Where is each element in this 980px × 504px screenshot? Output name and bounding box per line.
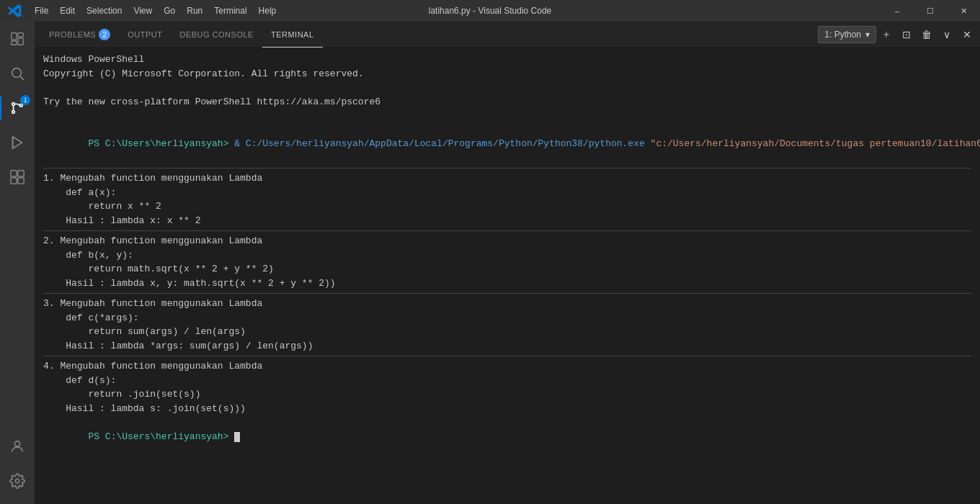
terminal-arg: "c:/Users/herliyansyah/Documents/tugas p… — [651, 138, 980, 149]
activity-bar-bottom — [0, 429, 35, 504]
svg-point-4 — [12, 68, 22, 78]
terminal-line: Windows PowerShell — [43, 53, 971, 67]
settings-activity-item[interactable] — [0, 464, 35, 498]
source-control-badge: 1 — [20, 95, 30, 105]
terminal-line: def c(*args): — [43, 311, 971, 325]
menu-help[interactable]: Help — [253, 0, 282, 22]
source-control-activity-item[interactable]: 1 — [0, 91, 35, 125]
menu-go[interactable]: Go — [158, 0, 181, 22]
svg-line-5 — [20, 76, 24, 80]
activity-bar: 1 — [0, 22, 35, 504]
svg-rect-0 — [12, 33, 17, 40]
main-container: 1 — [0, 22, 980, 504]
menu-view[interactable]: View — [128, 0, 158, 22]
terminal-line: 3. Mengubah function menggunakan Lambda — [43, 297, 971, 311]
terminal-exe: & C:/Users/herliyansyah/AppData/Local/Pr… — [234, 138, 645, 149]
account-activity-item[interactable] — [0, 429, 35, 464]
close-button[interactable]: ✕ — [947, 0, 980, 22]
window-controls: – ☐ ✕ — [881, 0, 980, 22]
terminal-line: Copyright (C) Microsoft Corporation. All… — [43, 67, 971, 81]
terminal-line: return sum(args) / len(args) — [43, 325, 971, 339]
run-debug-activity-item[interactable] — [0, 125, 35, 160]
section-divider-4 — [43, 356, 971, 356]
svg-rect-2 — [18, 38, 23, 45]
menu-selection[interactable]: Selection — [81, 0, 128, 22]
terminal-line: 1. Mengubah function menggunakan Lambda — [43, 171, 971, 186]
terminal-prompt-final: PS C:\Users\herliyansyah> — [88, 431, 234, 442]
tab-output[interactable]: OUTPUT — [119, 22, 171, 48]
terminal-command-line: PS C:\Users\herliyansyah> & C:/Users/her… — [43, 123, 971, 166]
panel-tabs: PROBLEMS 2 OUTPUT DEBUG CONSOLE TERMINAL… — [35, 22, 980, 47]
terminal-final-prompt: PS C:\Users\herliyansyah> — [43, 415, 971, 458]
terminal-selector[interactable]: 1: Python ▾ — [818, 26, 876, 43]
terminal-area[interactable]: Windows PowerShell Copyright (C) Microso… — [35, 47, 980, 504]
explorer-activity-item[interactable] — [0, 22, 35, 56]
svg-rect-3 — [12, 41, 17, 45]
svg-point-16 — [14, 441, 19, 446]
terminal-line: return x ** 2 — [43, 199, 971, 214]
window-title: latihan6.py - Visual Studio Code — [429, 6, 552, 16]
menu-terminal[interactable]: Terminal — [208, 0, 252, 22]
terminal-line: 4. Mengubah function menggunakan Lambda — [43, 359, 971, 374]
svg-rect-13 — [18, 171, 24, 176]
terminal-line: def b(x, y): — [43, 248, 971, 263]
svg-marker-9 — [13, 137, 22, 149]
terminal-line: Hasil : lambda x: x ** 2 — [43, 214, 971, 228]
svg-rect-15 — [18, 178, 24, 184]
terminal-line — [43, 81, 971, 95]
maximize-button[interactable]: ☐ — [914, 0, 947, 22]
chevron-down-icon: ▾ — [865, 30, 870, 40]
tab-terminal[interactable]: TERMINAL — [262, 22, 323, 48]
split-terminal-button[interactable]: ⊡ — [896, 24, 917, 45]
terminal-line: 2. Mengubah function menggunakan Lambda — [43, 234, 971, 248]
vscode-logo — [0, 0, 29, 22]
terminal-line: def d(s): — [43, 374, 971, 388]
svg-rect-14 — [11, 178, 17, 184]
new-terminal-button[interactable]: ＋ — [876, 24, 896, 45]
panel-actions: 1: Python ▾ ＋ ⊡ 🗑 ∨ ✕ — [818, 24, 980, 45]
menu-file[interactable]: File — [29, 0, 54, 22]
tab-problems[interactable]: PROBLEMS 2 — [40, 22, 119, 48]
terminal-cursor — [234, 432, 240, 442]
menu-run[interactable]: Run — [181, 0, 208, 22]
terminal-line: def a(x): — [43, 186, 971, 200]
terminal-line: return math.sqrt(x ** 2 + y ** 2) — [43, 262, 971, 276]
search-activity-item[interactable] — [0, 56, 35, 91]
svg-rect-1 — [18, 33, 23, 37]
terminal-line: Hasil : lambda s: .join(set(s))) — [43, 402, 971, 416]
svg-point-6 — [12, 103, 15, 106]
section-divider-2 — [43, 230, 971, 231]
svg-point-7 — [12, 111, 15, 114]
panel-expand-button[interactable]: ∨ — [937, 24, 957, 45]
tab-debug-console[interactable]: DEBUG CONSOLE — [171, 22, 262, 48]
title-bar: File Edit Selection View Go Run Terminal… — [0, 0, 980, 22]
terminal-line: return .join(set(s)) — [43, 387, 971, 402]
menu-edit[interactable]: Edit — [54, 0, 81, 22]
svg-rect-12 — [11, 171, 17, 176]
terminal-line: Hasil : lambda *args: sum(args) / len(ar… — [43, 339, 971, 354]
title-bar-left: File Edit Selection View Go Run Terminal… — [0, 0, 282, 22]
svg-point-17 — [15, 479, 19, 483]
terminal-prompt: PS C:\Users\herliyansyah> — [88, 138, 234, 149]
section-divider-1 — [43, 168, 971, 168]
section-divider-3 — [43, 293, 971, 294]
menu-bar: File Edit Selection View Go Run Terminal… — [29, 0, 282, 22]
content-area: PROBLEMS 2 OUTPUT DEBUG CONSOLE TERMINAL… — [35, 22, 980, 504]
problems-badge: 2 — [99, 29, 110, 40]
terminal-line: Try the new cross-platform PowerShell ht… — [43, 95, 971, 109]
minimize-button[interactable]: – — [881, 0, 914, 22]
kill-terminal-button[interactable]: 🗑 — [917, 24, 937, 45]
extensions-activity-item[interactable] — [0, 160, 35, 194]
panel-close-button[interactable]: ✕ — [957, 24, 977, 45]
terminal-line: Hasil : lambda x, y: math.sqrt(x ** 2 + … — [43, 276, 971, 291]
terminal-line — [43, 109, 971, 123]
